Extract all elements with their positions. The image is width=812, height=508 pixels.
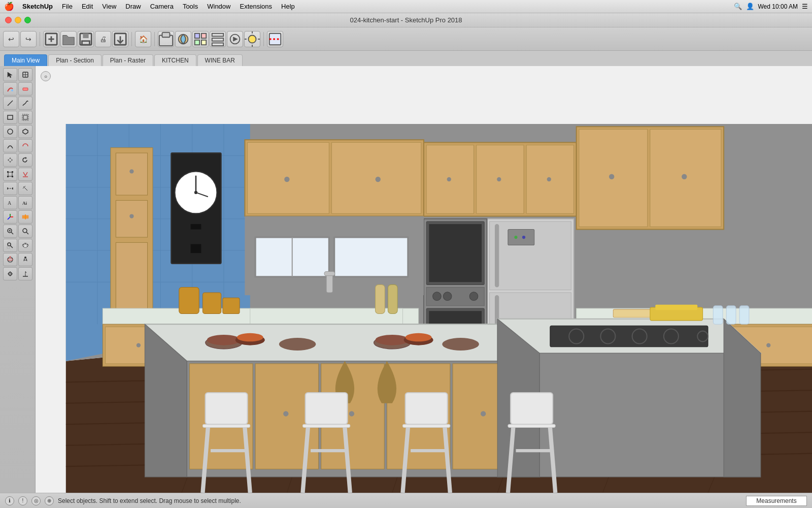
menu-camera[interactable]: Camera	[146, 2, 178, 11]
tool-zoom-ext[interactable]	[3, 239, 17, 252]
tab-wine-bar[interactable]: WINE BAR	[197, 54, 243, 66]
toolbar-home[interactable]: 🏠	[135, 31, 151, 47]
toolbar-components[interactable]	[158, 31, 174, 47]
svg-rect-14	[201, 40, 206, 44]
tool-tape[interactable]	[3, 182, 17, 195]
svg-point-188	[283, 411, 288, 416]
tool-rect[interactable]	[3, 111, 17, 124]
toolbar-new[interactable]	[43, 31, 59, 47]
toolbar-redo[interactable]: ↪	[20, 31, 37, 47]
menu-extensions[interactable]: Extensions	[235, 2, 276, 11]
toolbar-section[interactable]	[267, 31, 283, 47]
tool-rotate[interactable]	[18, 153, 32, 167]
measurements-box[interactable]: Measurements	[746, 496, 807, 506]
tool-row-10: A Ai	[3, 196, 32, 209]
tool-zoom[interactable]	[3, 225, 17, 238]
maximize-button[interactable]	[24, 17, 31, 23]
tool-offset[interactable]	[18, 111, 32, 124]
svg-point-63	[23, 229, 27, 233]
svg-point-191	[481, 411, 486, 416]
tool-text[interactable]: A	[3, 196, 17, 209]
svg-rect-235	[206, 393, 248, 424]
tool-circle[interactable]	[3, 125, 17, 138]
tool-freehand[interactable]	[18, 97, 32, 110]
menu-view[interactable]: View	[98, 2, 120, 11]
kitchen-scene	[36, 66, 812, 493]
status-icon-warn[interactable]: !	[18, 496, 27, 505]
tool-axes[interactable]	[3, 210, 17, 224]
svg-rect-237	[405, 393, 448, 424]
tool-line[interactable]	[3, 97, 17, 110]
tool-scale[interactable]	[3, 168, 17, 181]
tool-3dtext[interactable]: Ai	[18, 196, 32, 209]
svg-marker-79	[25, 271, 26, 274]
tool-zoom-sel[interactable]	[18, 225, 32, 238]
menu-draw[interactable]: Draw	[121, 2, 145, 11]
tool-components[interactable]	[18, 68, 32, 81]
svg-rect-16	[212, 38, 224, 41]
svg-rect-15	[212, 33, 224, 36]
svg-point-72	[24, 257, 26, 259]
svg-marker-178	[145, 324, 539, 361]
svg-marker-26	[8, 72, 12, 78]
toolbar-shadows[interactable]	[244, 31, 260, 47]
tab-kitchen[interactable]: KITCHEN	[154, 54, 196, 66]
menu-sketchup[interactable]: SketchUp	[18, 2, 57, 11]
tool-row-4	[3, 111, 32, 124]
svg-rect-11	[195, 33, 199, 38]
menu-help[interactable]: Help	[277, 2, 299, 11]
tool-look[interactable]	[3, 267, 17, 280]
svg-point-124	[376, 177, 381, 182]
svg-rect-157	[334, 237, 408, 277]
tool-polygon[interactable]	[18, 125, 32, 138]
menu-file[interactable]: File	[58, 2, 77, 11]
svg-text:A: A	[8, 200, 12, 206]
tool-arc2[interactable]	[18, 139, 32, 152]
toolbar-open[interactable]	[60, 31, 77, 47]
toolbar-scenes[interactable]	[227, 31, 243, 47]
menu-tools[interactable]: Tools	[179, 2, 202, 11]
svg-marker-39	[8, 159, 13, 161]
viewport[interactable]: ○	[36, 66, 812, 493]
tab-plan-section[interactable]: Plan - Section	[48, 54, 101, 66]
orbit-indicator[interactable]: ○	[41, 71, 51, 81]
status-icon-info[interactable]: ℹ	[5, 496, 14, 505]
tab-plan-raster[interactable]: Plan - Raster	[103, 54, 153, 66]
svg-rect-12	[201, 33, 206, 38]
tab-main-view[interactable]: Main View	[4, 54, 47, 66]
tool-paint[interactable]	[3, 82, 17, 96]
tool-position[interactable]	[18, 267, 32, 280]
toolbar-print[interactable]: 🖨	[95, 31, 111, 47]
tool-walk[interactable]	[18, 253, 32, 266]
tool-select[interactable]	[3, 68, 17, 81]
tool-dimension[interactable]	[18, 182, 32, 195]
svg-rect-206	[726, 306, 736, 324]
tool-pan[interactable]	[18, 239, 32, 252]
tool-eraser[interactable]	[18, 82, 32, 96]
close-button[interactable]	[5, 17, 12, 23]
apple-menu[interactable]: 🍎	[4, 2, 14, 11]
svg-point-74	[10, 273, 11, 274]
tool-section[interactable]	[18, 210, 32, 224]
toolbar-layers[interactable]	[210, 31, 226, 47]
menu-window[interactable]: Window	[203, 2, 234, 11]
svg-rect-43	[12, 171, 13, 173]
tool-orbit[interactable]	[3, 253, 17, 266]
svg-point-215	[405, 333, 432, 342]
tool-flip[interactable]	[18, 168, 32, 181]
tool-arc[interactable]	[3, 139, 17, 152]
toolbar-undo[interactable]: ↩	[3, 31, 19, 47]
menu-edit[interactable]: Edit	[78, 2, 97, 11]
statusbar: ℹ ! ◎ ⊕ Select objects. Shift to extend …	[0, 493, 812, 508]
svg-point-151	[469, 292, 478, 301]
svg-line-60	[11, 232, 13, 234]
toolbar-materials[interactable]	[175, 31, 191, 47]
status-icon-geo[interactable]: ◎	[31, 496, 41, 505]
tool-move[interactable]	[3, 153, 17, 167]
status-icon-cursor[interactable]: ⊕	[45, 496, 54, 505]
toolbar-save[interactable]	[78, 31, 94, 47]
toolbar-export[interactable]	[112, 31, 128, 47]
svg-rect-68	[24, 244, 27, 247]
toolbar-styles[interactable]	[192, 31, 209, 47]
minimize-button[interactable]	[15, 17, 21, 23]
